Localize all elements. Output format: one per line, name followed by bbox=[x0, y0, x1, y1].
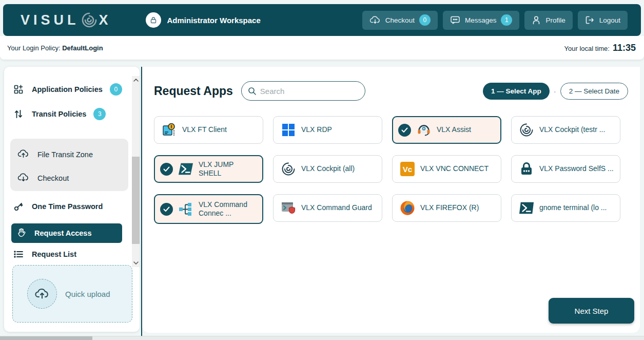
lock-icon bbox=[150, 16, 157, 24]
logo-text-right: X bbox=[99, 12, 112, 28]
app-grid-plus-icon bbox=[12, 84, 25, 95]
ft-client-icon bbox=[162, 122, 177, 138]
quick-upload-label: Quick upload bbox=[65, 290, 110, 298]
powershell-icon bbox=[178, 161, 193, 177]
app-card-label: VLX Password SelfS ... bbox=[539, 164, 614, 174]
sidebar-group: File Transit Zone Checkout bbox=[10, 139, 128, 191]
app-card-label: VLX RDP bbox=[301, 125, 332, 135]
app-card-vlx-assist[interactable]: VLX Assist bbox=[392, 116, 501, 144]
sidebar-item-checkout[interactable]: Checkout bbox=[17, 166, 128, 190]
sidebar-item-label: Transit Policies bbox=[32, 110, 86, 118]
sidebar-item-file-transit-zone[interactable]: File Transit Zone bbox=[17, 143, 128, 166]
sidebar-item-label: File Transit Zone bbox=[37, 150, 93, 159]
checkout-badge: 0 bbox=[419, 14, 431, 26]
search-box[interactable] bbox=[241, 81, 365, 101]
next-step-button[interactable]: Next Step bbox=[549, 298, 634, 324]
selected-check-icon bbox=[160, 163, 173, 176]
sidebar-item-label: Request Access bbox=[34, 229, 92, 237]
app-card-label: VLX JUMP SHELL bbox=[199, 160, 257, 178]
hand-icon bbox=[15, 228, 28, 238]
sidebar-item-request-list[interactable]: Request List bbox=[12, 250, 76, 259]
profile-button[interactable]: Profile bbox=[524, 11, 572, 30]
checkout-button[interactable]: Checkout 0 bbox=[362, 11, 438, 30]
app-card-label: VLX Command Connec ... bbox=[199, 200, 257, 218]
sidebar-item-application-policies[interactable]: Application Policies 0 bbox=[12, 83, 135, 96]
hierarchy-icon bbox=[178, 201, 193, 217]
step-select-date[interactable]: 2 — Select Date bbox=[560, 83, 628, 100]
terminal-shield-icon bbox=[281, 200, 296, 216]
horizontal-scrollbar-thumb[interactable] bbox=[0, 336, 92, 340]
logo-text-left: VISUL bbox=[21, 12, 80, 28]
login-policy-label: Your Login Policy: bbox=[7, 44, 61, 52]
vnc-logo-icon: Vc bbox=[400, 161, 415, 177]
windows-logo-icon bbox=[281, 122, 296, 138]
main-panel: Request Apps 1 — Select App · 2 — Select… bbox=[142, 67, 640, 333]
sidebar-item-label: One Time Password bbox=[32, 202, 103, 211]
vnc-logo-text: Vc bbox=[403, 165, 412, 174]
app-card-label: gnome terminal (lo ... bbox=[539, 203, 607, 213]
search-input[interactable] bbox=[260, 87, 347, 96]
padlock-icon bbox=[519, 161, 534, 177]
sidebar-item-label: Request List bbox=[32, 250, 76, 258]
logout-button[interactable]: Logout bbox=[578, 11, 628, 30]
workspace-lock-badge bbox=[146, 12, 161, 28]
sidebar-item-request-access[interactable]: Request Access bbox=[11, 223, 122, 243]
message-icon bbox=[450, 15, 460, 25]
app-card-vlx-jump-shell[interactable]: VLX JUMP SHELL bbox=[154, 155, 263, 183]
local-time-value: 11:35 bbox=[613, 43, 636, 53]
app-card-label: VLX Assist bbox=[437, 125, 471, 135]
app-card-gnome-terminal[interactable]: gnome terminal (lo ... bbox=[511, 194, 620, 222]
profile-button-label: Profile bbox=[545, 16, 565, 24]
quick-upload-dropzone[interactable]: Quick upload bbox=[12, 265, 132, 323]
sidebar-item-one-time-password[interactable]: One Time Password bbox=[12, 201, 103, 212]
step-select-app[interactable]: 1 — Select App bbox=[483, 83, 550, 100]
logo-spiral-icon bbox=[81, 11, 98, 29]
sidebar: Application Policies 0 Transit Policies … bbox=[4, 67, 140, 332]
firefox-icon bbox=[400, 200, 415, 216]
key-icon bbox=[12, 201, 25, 212]
app-card-vlx-command-connect[interactable]: VLX Command Connec ... bbox=[154, 194, 263, 224]
header-bar: VISUL X Administrator Workspace Checkout… bbox=[3, 4, 641, 36]
app-card-grid: VLX FT Client VLX RDP bbox=[154, 116, 628, 224]
cockpit-spiral-icon bbox=[519, 122, 534, 138]
sidebar-item-label: Checkout bbox=[37, 174, 69, 182]
login-policy-value: DefaultLogin bbox=[62, 44, 103, 52]
app-card-vlx-rdp[interactable]: VLX RDP bbox=[273, 116, 382, 144]
terminal-icon bbox=[519, 200, 534, 216]
app-card-vlx-password-selfservice[interactable]: VLX Password SelfS ... bbox=[511, 155, 620, 183]
sidebar-scrollbar[interactable] bbox=[132, 76, 140, 267]
sidebar-scrollbar-thumb[interactable] bbox=[132, 157, 140, 244]
step-separator: · bbox=[554, 87, 556, 96]
scroll-down-icon[interactable] bbox=[132, 259, 140, 267]
workspace-title: Administrator Workspace bbox=[167, 16, 261, 25]
search-icon bbox=[248, 87, 257, 96]
app-card-label: VLX FIREFOX (R) bbox=[420, 203, 479, 213]
policy-bar: Your Login Policy: DefaultLogin Your loc… bbox=[0, 36, 644, 60]
app-card-vlx-ft-client[interactable]: VLX FT Client bbox=[154, 116, 263, 144]
app-card-vlx-firefox[interactable]: VLX FIREFOX (R) bbox=[392, 194, 501, 222]
app-card-vlx-vnc-connect[interactable]: Vc VLX VNC CONNECT bbox=[392, 155, 501, 183]
person-icon bbox=[532, 15, 541, 25]
app-card-vlx-command-guard[interactable]: VLX Command Guard bbox=[273, 194, 382, 222]
app-card-label: VLX Command Guard bbox=[301, 203, 372, 213]
cockpit-spiral-icon bbox=[281, 161, 296, 177]
sidebar-item-transit-policies[interactable]: Transit Policies 3 bbox=[12, 108, 119, 120]
messages-button-label: Messages bbox=[465, 16, 497, 24]
selected-check-icon bbox=[160, 203, 173, 216]
app-card-label: VLX FT Client bbox=[182, 125, 227, 135]
cloud-upload-icon bbox=[34, 288, 50, 300]
app-card-label: VLX Cockpit (all) bbox=[301, 164, 355, 174]
logout-icon bbox=[585, 15, 595, 25]
app-logo: VISUL X bbox=[21, 11, 112, 29]
app-card-vlx-cockpit-all[interactable]: VLX Cockpit (all) bbox=[273, 155, 382, 183]
checkout-button-label: Checkout bbox=[385, 16, 415, 24]
page-title: Request Apps bbox=[154, 84, 233, 98]
scroll-up-icon[interactable] bbox=[132, 76, 140, 84]
app-card-vlx-cockpit-testr[interactable]: VLX Cockpit (testr ... bbox=[511, 116, 620, 144]
selected-check-icon bbox=[398, 124, 411, 137]
up-down-arrows-icon bbox=[12, 109, 25, 119]
app-card-label: VLX VNC CONNECT bbox=[420, 164, 489, 174]
messages-button[interactable]: Messages 1 bbox=[443, 11, 520, 30]
quick-upload-circle bbox=[27, 279, 57, 309]
horizontal-scrollbar[interactable] bbox=[0, 336, 644, 340]
